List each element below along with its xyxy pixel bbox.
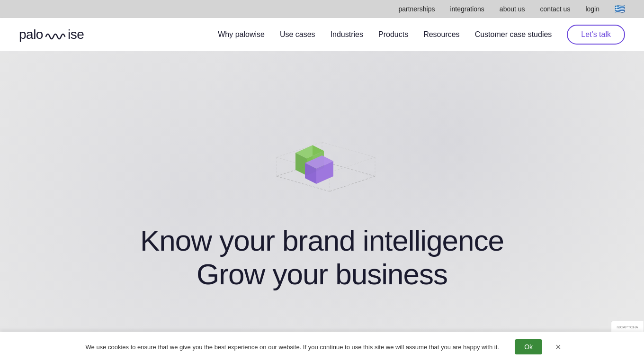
svg-line-5 <box>322 142 375 157</box>
top-bar: partnerships integrations about us conta… <box>0 0 644 18</box>
hero-illustration <box>246 119 398 195</box>
topbar-link-about-us[interactable]: about us <box>500 5 525 13</box>
nav-link-industries[interactable]: Industries <box>331 30 363 38</box>
svg-line-3 <box>330 176 375 191</box>
hero-title: Know your brand intelligence Grow your b… <box>140 224 504 291</box>
svg-line-9 <box>330 157 375 172</box>
cookie-close-button[interactable]: × <box>552 342 565 350</box>
hero-section: Know your brand intelligence Grow your b… <box>0 51 644 350</box>
cookie-message: We use cookies to ensure that we give yo… <box>79 344 505 350</box>
topbar-link-partnerships[interactable]: partnerships <box>398 5 435 13</box>
logo-wave-icon <box>44 29 67 40</box>
nav-link-case-studies[interactable]: Customer case studies <box>475 30 552 38</box>
nav-link-products[interactable]: Products <box>378 30 408 38</box>
hero-title-line1: Know your brand intelligence <box>140 224 504 257</box>
logo[interactable]: palo ise <box>19 27 84 42</box>
cookie-ok-button[interactable]: Ok <box>515 339 542 350</box>
hero-3d-chart-icon <box>246 119 398 195</box>
topbar-link-integrations[interactable]: integrations <box>450 5 484 13</box>
language-flag-icon[interactable]: 🇬🇷 <box>615 4 625 14</box>
hero-text: Know your brand intelligence Grow your b… <box>140 224 504 291</box>
logo-text-before: palo <box>19 27 43 42</box>
nav-link-resources[interactable]: Resources <box>423 30 459 38</box>
topbar-link-login[interactable]: login <box>585 5 599 13</box>
main-nav: palo ise Why palowise Use cases Industri… <box>0 18 644 51</box>
nav-links: Why palowise Use cases Industries Produc… <box>218 25 625 45</box>
logo-text-after: ise <box>68 27 84 42</box>
topbar-link-contact-us[interactable]: contact us <box>540 5 571 13</box>
cookie-banner: We use cookies to ensure that we give yo… <box>0 332 644 350</box>
lets-talk-button[interactable]: Let's talk <box>567 25 625 45</box>
nav-link-why-palowise[interactable]: Why palowise <box>218 30 265 38</box>
nav-link-use-cases[interactable]: Use cases <box>280 30 315 38</box>
hero-title-line2: Grow your business <box>140 257 504 291</box>
